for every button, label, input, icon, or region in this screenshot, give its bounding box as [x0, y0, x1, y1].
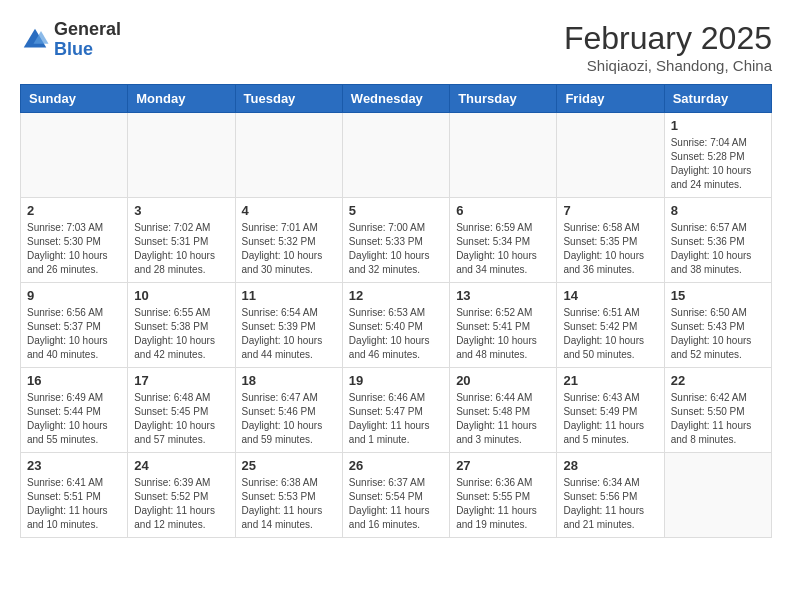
day-info: Sunrise: 6:42 AM Sunset: 5:50 PM Dayligh…	[671, 391, 765, 447]
day-number: 13	[456, 288, 550, 303]
day-cell	[557, 113, 664, 198]
day-info: Sunrise: 6:43 AM Sunset: 5:49 PM Dayligh…	[563, 391, 657, 447]
weekday-header-sunday: Sunday	[21, 85, 128, 113]
weekday-header-row: SundayMondayTuesdayWednesdayThursdayFrid…	[21, 85, 772, 113]
day-cell: 14Sunrise: 6:51 AM Sunset: 5:42 PM Dayli…	[557, 283, 664, 368]
logo-icon	[20, 25, 50, 55]
day-cell: 17Sunrise: 6:48 AM Sunset: 5:45 PM Dayli…	[128, 368, 235, 453]
day-cell: 9Sunrise: 6:56 AM Sunset: 5:37 PM Daylig…	[21, 283, 128, 368]
day-number: 21	[563, 373, 657, 388]
week-row-2: 2Sunrise: 7:03 AM Sunset: 5:30 PM Daylig…	[21, 198, 772, 283]
day-cell: 15Sunrise: 6:50 AM Sunset: 5:43 PM Dayli…	[664, 283, 771, 368]
day-info: Sunrise: 7:03 AM Sunset: 5:30 PM Dayligh…	[27, 221, 121, 277]
day-cell: 28Sunrise: 6:34 AM Sunset: 5:56 PM Dayli…	[557, 453, 664, 538]
day-number: 18	[242, 373, 336, 388]
day-number: 5	[349, 203, 443, 218]
day-number: 16	[27, 373, 121, 388]
day-info: Sunrise: 6:49 AM Sunset: 5:44 PM Dayligh…	[27, 391, 121, 447]
page-header: General Blue February 2025 Shiqiaozi, Sh…	[20, 20, 772, 74]
week-row-1: 1Sunrise: 7:04 AM Sunset: 5:28 PM Daylig…	[21, 113, 772, 198]
day-info: Sunrise: 6:51 AM Sunset: 5:42 PM Dayligh…	[563, 306, 657, 362]
weekday-header-tuesday: Tuesday	[235, 85, 342, 113]
day-cell: 10Sunrise: 6:55 AM Sunset: 5:38 PM Dayli…	[128, 283, 235, 368]
logo-blue: Blue	[54, 40, 121, 60]
weekday-header-wednesday: Wednesday	[342, 85, 449, 113]
location-subtitle: Shiqiaozi, Shandong, China	[564, 57, 772, 74]
day-number: 9	[27, 288, 121, 303]
week-row-4: 16Sunrise: 6:49 AM Sunset: 5:44 PM Dayli…	[21, 368, 772, 453]
day-cell: 26Sunrise: 6:37 AM Sunset: 5:54 PM Dayli…	[342, 453, 449, 538]
day-cell	[235, 113, 342, 198]
day-cell: 19Sunrise: 6:46 AM Sunset: 5:47 PM Dayli…	[342, 368, 449, 453]
month-title: February 2025	[564, 20, 772, 57]
day-info: Sunrise: 6:52 AM Sunset: 5:41 PM Dayligh…	[456, 306, 550, 362]
day-number: 20	[456, 373, 550, 388]
day-info: Sunrise: 7:04 AM Sunset: 5:28 PM Dayligh…	[671, 136, 765, 192]
day-cell: 22Sunrise: 6:42 AM Sunset: 5:50 PM Dayli…	[664, 368, 771, 453]
day-cell: 23Sunrise: 6:41 AM Sunset: 5:51 PM Dayli…	[21, 453, 128, 538]
day-cell	[664, 453, 771, 538]
day-info: Sunrise: 6:57 AM Sunset: 5:36 PM Dayligh…	[671, 221, 765, 277]
day-number: 24	[134, 458, 228, 473]
day-info: Sunrise: 6:56 AM Sunset: 5:37 PM Dayligh…	[27, 306, 121, 362]
day-cell: 25Sunrise: 6:38 AM Sunset: 5:53 PM Dayli…	[235, 453, 342, 538]
day-number: 23	[27, 458, 121, 473]
title-block: February 2025 Shiqiaozi, Shandong, China	[564, 20, 772, 74]
day-cell: 13Sunrise: 6:52 AM Sunset: 5:41 PM Dayli…	[450, 283, 557, 368]
day-cell: 3Sunrise: 7:02 AM Sunset: 5:31 PM Daylig…	[128, 198, 235, 283]
week-row-5: 23Sunrise: 6:41 AM Sunset: 5:51 PM Dayli…	[21, 453, 772, 538]
day-info: Sunrise: 6:39 AM Sunset: 5:52 PM Dayligh…	[134, 476, 228, 532]
day-info: Sunrise: 6:48 AM Sunset: 5:45 PM Dayligh…	[134, 391, 228, 447]
day-number: 22	[671, 373, 765, 388]
day-cell	[128, 113, 235, 198]
day-cell: 7Sunrise: 6:58 AM Sunset: 5:35 PM Daylig…	[557, 198, 664, 283]
day-number: 3	[134, 203, 228, 218]
day-number: 25	[242, 458, 336, 473]
day-cell	[342, 113, 449, 198]
day-number: 19	[349, 373, 443, 388]
day-info: Sunrise: 7:02 AM Sunset: 5:31 PM Dayligh…	[134, 221, 228, 277]
weekday-header-saturday: Saturday	[664, 85, 771, 113]
day-info: Sunrise: 6:37 AM Sunset: 5:54 PM Dayligh…	[349, 476, 443, 532]
day-number: 1	[671, 118, 765, 133]
day-number: 14	[563, 288, 657, 303]
day-number: 26	[349, 458, 443, 473]
day-number: 4	[242, 203, 336, 218]
day-info: Sunrise: 6:47 AM Sunset: 5:46 PM Dayligh…	[242, 391, 336, 447]
day-number: 15	[671, 288, 765, 303]
day-cell: 8Sunrise: 6:57 AM Sunset: 5:36 PM Daylig…	[664, 198, 771, 283]
day-cell: 1Sunrise: 7:04 AM Sunset: 5:28 PM Daylig…	[664, 113, 771, 198]
day-number: 7	[563, 203, 657, 218]
day-number: 27	[456, 458, 550, 473]
weekday-header-friday: Friday	[557, 85, 664, 113]
day-info: Sunrise: 6:36 AM Sunset: 5:55 PM Dayligh…	[456, 476, 550, 532]
day-info: Sunrise: 6:38 AM Sunset: 5:53 PM Dayligh…	[242, 476, 336, 532]
day-cell: 11Sunrise: 6:54 AM Sunset: 5:39 PM Dayli…	[235, 283, 342, 368]
day-cell: 18Sunrise: 6:47 AM Sunset: 5:46 PM Dayli…	[235, 368, 342, 453]
day-info: Sunrise: 6:34 AM Sunset: 5:56 PM Dayligh…	[563, 476, 657, 532]
day-cell: 4Sunrise: 7:01 AM Sunset: 5:32 PM Daylig…	[235, 198, 342, 283]
week-row-3: 9Sunrise: 6:56 AM Sunset: 5:37 PM Daylig…	[21, 283, 772, 368]
day-number: 28	[563, 458, 657, 473]
day-cell: 24Sunrise: 6:39 AM Sunset: 5:52 PM Dayli…	[128, 453, 235, 538]
day-cell	[21, 113, 128, 198]
day-cell: 27Sunrise: 6:36 AM Sunset: 5:55 PM Dayli…	[450, 453, 557, 538]
logo: General Blue	[20, 20, 121, 60]
day-info: Sunrise: 6:53 AM Sunset: 5:40 PM Dayligh…	[349, 306, 443, 362]
day-number: 12	[349, 288, 443, 303]
weekday-header-monday: Monday	[128, 85, 235, 113]
day-cell: 20Sunrise: 6:44 AM Sunset: 5:48 PM Dayli…	[450, 368, 557, 453]
day-info: Sunrise: 6:55 AM Sunset: 5:38 PM Dayligh…	[134, 306, 228, 362]
logo-general: General	[54, 20, 121, 40]
day-number: 11	[242, 288, 336, 303]
day-info: Sunrise: 6:44 AM Sunset: 5:48 PM Dayligh…	[456, 391, 550, 447]
day-info: Sunrise: 7:00 AM Sunset: 5:33 PM Dayligh…	[349, 221, 443, 277]
day-info: Sunrise: 7:01 AM Sunset: 5:32 PM Dayligh…	[242, 221, 336, 277]
day-cell: 6Sunrise: 6:59 AM Sunset: 5:34 PM Daylig…	[450, 198, 557, 283]
day-info: Sunrise: 6:58 AM Sunset: 5:35 PM Dayligh…	[563, 221, 657, 277]
day-cell: 2Sunrise: 7:03 AM Sunset: 5:30 PM Daylig…	[21, 198, 128, 283]
day-number: 10	[134, 288, 228, 303]
day-number: 8	[671, 203, 765, 218]
day-info: Sunrise: 6:50 AM Sunset: 5:43 PM Dayligh…	[671, 306, 765, 362]
day-cell: 12Sunrise: 6:53 AM Sunset: 5:40 PM Dayli…	[342, 283, 449, 368]
